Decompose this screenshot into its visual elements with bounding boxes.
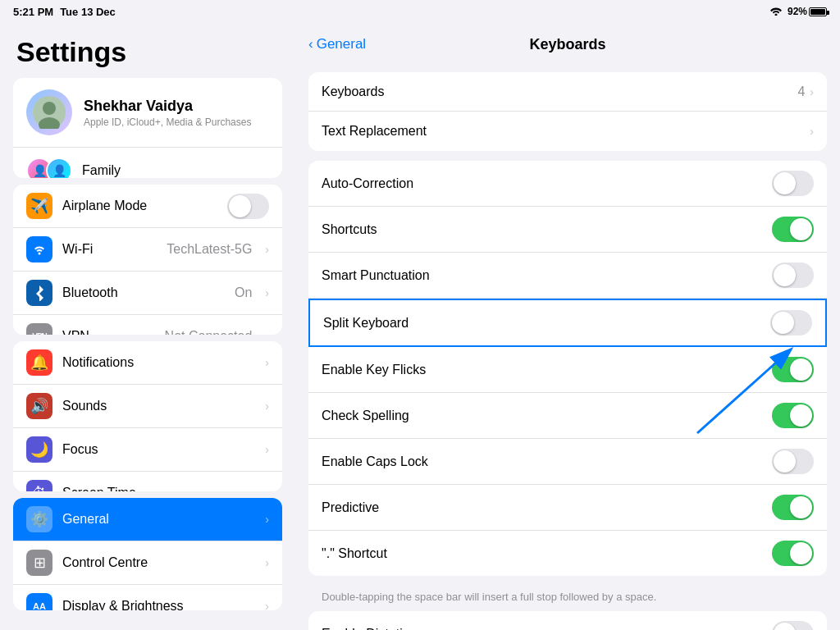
focus-label: Focus <box>62 442 255 457</box>
dictation-group: Enable Dictation Auto-Punctuation <box>308 611 827 630</box>
notifications-icon: 🔔 <box>26 349 52 376</box>
control-centre-label: Control Centre <box>62 555 255 570</box>
check-spelling-toggle[interactable] <box>772 403 814 428</box>
shortcut-toggle[interactable] <box>772 541 814 566</box>
settings-title: Settings <box>0 23 295 78</box>
wifi-label: Wi-Fi <box>62 242 157 257</box>
nav-back-button[interactable]: ‹ General <box>308 36 366 52</box>
screen-time-label: Screen Time <box>62 486 255 491</box>
sidebar-item-general[interactable]: ⚙️ General › <box>13 498 282 541</box>
airplane-mode-toggle[interactable] <box>227 194 269 219</box>
profile-info: Shekhar Vaidya Apple ID, iCloud+, Media … <box>84 98 251 128</box>
keyboards-nav-group: Keyboards 4 › Text Replacement › <box>308 72 827 151</box>
smart-punctuation-label: Smart Punctuation <box>322 268 772 283</box>
bluetooth-icon <box>26 280 52 306</box>
screen-time-chevron: › <box>265 486 269 491</box>
display-label: Display & Brightness <box>62 599 255 610</box>
enable-caps-lock-toggle[interactable] <box>772 449 814 474</box>
check-spelling-item[interactable]: Check Spelling <box>308 393 827 439</box>
date-display: Tue 13 Dec <box>60 6 116 18</box>
profile-card[interactable]: Shekhar Vaidya Apple ID, iCloud+, Media … <box>13 78 282 178</box>
profile-row[interactable]: Shekhar Vaidya Apple ID, iCloud+, Media … <box>13 78 282 147</box>
apps-group: 🔔 Notifications › 🔊 Sounds › 🌙 Focus › ⏱… <box>13 341 282 491</box>
profile-subtitle: Apple ID, iCloud+, Media & Purchases <box>84 116 251 128</box>
auto-correction-item[interactable]: Auto-Correction <box>308 161 827 207</box>
status-bar: 5:21 PM Tue 13 Dec 92% <box>0 0 840 23</box>
focus-icon: 🌙 <box>26 436 52 463</box>
shortcuts-label: Shortcuts <box>322 222 772 237</box>
enable-dictation-item[interactable]: Enable Dictation <box>308 611 827 630</box>
nav-title: Keyboards <box>529 36 605 53</box>
system-group: ⚙️ General › ⊞ Control Centre › AA Displ… <box>13 498 282 610</box>
wifi-icon <box>769 6 783 18</box>
sidebar-item-airplane-mode[interactable]: ✈️ Airplane Mode <box>13 185 282 228</box>
battery-display: 92% <box>788 6 827 17</box>
enable-caps-lock-item[interactable]: Enable Caps Lock <box>308 439 827 485</box>
focus-chevron: › <box>265 443 269 456</box>
enable-key-flicks-item[interactable]: Enable Key Flicks <box>308 347 827 393</box>
nav-bar: ‹ General Keyboards <box>295 23 840 66</box>
sidebar-item-sounds[interactable]: 🔊 Sounds › <box>13 385 282 428</box>
sounds-icon: 🔊 <box>26 393 52 419</box>
screen-time-icon: ⏱ <box>26 480 52 491</box>
sidebar-item-focus[interactable]: 🌙 Focus › <box>13 428 282 472</box>
shortcut-item[interactable]: "." Shortcut <box>308 531 827 576</box>
vpn-label: VPN <box>62 329 155 335</box>
predictive-label: Predictive <box>322 500 772 515</box>
keyboards-item[interactable]: Keyboards 4 › <box>308 72 827 112</box>
control-centre-icon: ⊞ <box>26 550 52 576</box>
sidebar-item-wifi[interactable]: Wi-Fi TechLatest-5G › <box>13 228 282 272</box>
status-bar-right: 92% <box>769 6 827 18</box>
svg-point-1 <box>43 102 56 115</box>
text-replacement-chevron: › <box>810 125 814 138</box>
enable-dictation-label: Enable Dictation <box>322 627 772 631</box>
control-centre-chevron: › <box>265 556 269 569</box>
predictive-toggle[interactable] <box>772 495 814 520</box>
auto-correction-toggle[interactable] <box>772 171 814 196</box>
back-chevron-icon: ‹ <box>308 36 313 52</box>
auto-correction-label: Auto-Correction <box>322 176 772 191</box>
sidebar-item-notifications[interactable]: 🔔 Notifications › <box>13 341 282 385</box>
shortcuts-item[interactable]: Shortcuts <box>308 207 827 253</box>
split-keyboard-toggle[interactable] <box>770 310 812 336</box>
vpn-value: Not Connected <box>165 329 253 335</box>
sidebar-item-display[interactable]: AA Display & Brightness › <box>13 585 282 610</box>
family-row[interactable]: 👤 👤 Family <box>13 147 282 178</box>
wifi-settings-icon <box>26 236 52 262</box>
bluetooth-chevron: › <box>265 286 269 299</box>
nav-back-label: General <box>317 36 366 52</box>
keyboard-settings-group: Auto-Correction Shortcuts Smart Punctuat… <box>308 161 827 576</box>
shortcuts-toggle[interactable] <box>772 217 814 242</box>
wifi-value: TechLatest-5G <box>167 242 252 257</box>
sidebar-item-control-centre[interactable]: ⊞ Control Centre › <box>13 541 282 585</box>
vpn-chevron: › <box>265 330 269 335</box>
sidebar-item-screen-time[interactable]: ⏱ Screen Time › <box>13 472 282 491</box>
sidebar-item-vpn[interactable]: VPN VPN Not Connected › <box>13 315 282 335</box>
split-keyboard-item[interactable]: Split Keyboard <box>308 299 827 347</box>
sidebar-item-bluetooth[interactable]: Bluetooth On › <box>13 272 282 315</box>
sounds-chevron: › <box>265 399 269 413</box>
general-label: General <box>62 512 255 527</box>
smart-punctuation-item[interactable]: Smart Punctuation <box>308 253 827 299</box>
notifications-label: Notifications <box>62 355 255 370</box>
text-replacement-item[interactable]: Text Replacement › <box>308 112 827 151</box>
notifications-chevron: › <box>265 356 269 369</box>
enable-key-flicks-toggle[interactable] <box>772 357 814 382</box>
enable-dictation-toggle[interactable] <box>772 621 814 630</box>
bluetooth-label: Bluetooth <box>62 285 225 300</box>
display-icon: AA <box>26 593 52 610</box>
check-spelling-label: Check Spelling <box>322 409 772 423</box>
sounds-label: Sounds <box>62 399 255 413</box>
keyboards-label: Keyboards <box>322 84 797 99</box>
wifi-chevron: › <box>265 243 269 256</box>
shortcut-label: "." Shortcut <box>322 546 772 561</box>
general-chevron: › <box>265 513 269 526</box>
smart-punctuation-toggle[interactable] <box>772 262 814 288</box>
display-chevron: › <box>265 600 269 610</box>
family-label: Family <box>82 163 121 178</box>
predictive-item[interactable]: Predictive <box>308 485 827 531</box>
split-keyboard-label: Split Keyboard <box>323 316 770 331</box>
shortcut-hint: Double-tapping the space bar will insert… <box>308 586 827 611</box>
profile-name: Shekhar Vaidya <box>84 98 251 115</box>
time-display: 5:21 PM <box>13 6 53 18</box>
